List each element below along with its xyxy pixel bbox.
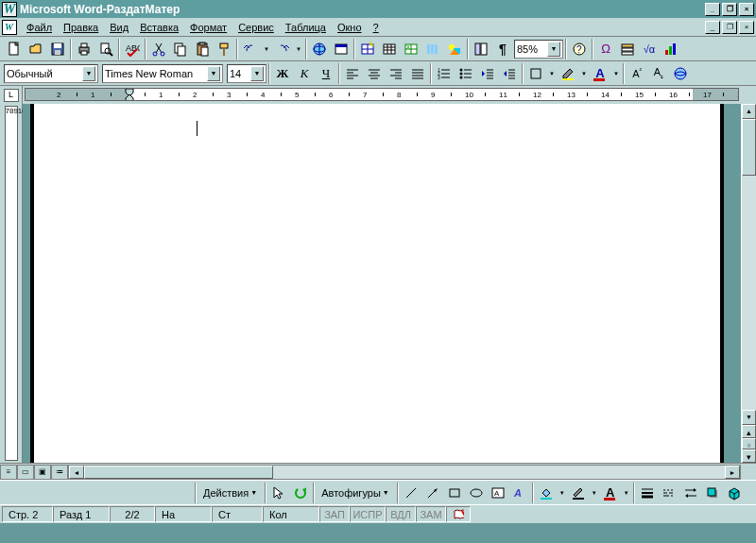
copy-button[interactable] — [170, 39, 191, 59]
show-marks-button[interactable]: ¶ — [492, 39, 513, 59]
font-color-draw-dropdown[interactable]: ▼ — [622, 483, 631, 503]
arrow-style-button[interactable] — [680, 483, 701, 503]
drawing-button[interactable] — [444, 39, 465, 59]
font-combo[interactable]: Times New Roman▼ — [102, 64, 223, 83]
horizontal-scrollbar[interactable]: ◄ ► — [68, 465, 741, 480]
docmap-button[interactable] — [471, 39, 491, 59]
doc-close-button[interactable]: × — [739, 21, 754, 34]
browse-object-button[interactable]: ○ — [742, 438, 756, 450]
web-toolbar-button[interactable] — [331, 39, 352, 59]
scroll-thumb[interactable] — [742, 119, 756, 176]
textbox-button[interactable]: A — [488, 483, 508, 503]
autoshapes-menu[interactable]: Автофигуры▼ — [317, 484, 395, 502]
zoom-combo[interactable]: 85%▼ — [514, 40, 563, 59]
arrow-button[interactable] — [422, 483, 443, 503]
scroll-down-button[interactable]: ▼ — [742, 410, 756, 425]
numbering-button[interactable]: 123 — [434, 63, 455, 84]
lang-button[interactable] — [670, 63, 691, 84]
menu-view[interactable]: Вид — [104, 20, 134, 35]
doc-restore-button[interactable]: ❐ — [722, 21, 737, 34]
print-button[interactable] — [74, 39, 94, 59]
rotate-button[interactable] — [290, 483, 311, 503]
tab-selector[interactable]: L — [4, 89, 19, 102]
align-center-button[interactable] — [364, 63, 385, 84]
menu-file[interactable]: Файл — [21, 20, 58, 35]
scroll-right-button[interactable]: ► — [725, 466, 740, 479]
close-button[interactable]: × — [739, 3, 754, 16]
borders-dropdown[interactable]: ▼ — [547, 63, 557, 84]
shadow-button[interactable] — [702, 483, 723, 503]
maximize-button[interactable]: ❐ — [722, 3, 737, 16]
superscript-button[interactable]: A² — [627, 63, 647, 84]
normal-view-button[interactable]: ≡ — [0, 465, 17, 480]
hyperlink-button[interactable] — [309, 39, 330, 59]
undo-dropdown[interactable]: ▼ — [262, 39, 271, 59]
menu-table[interactable]: Таблица — [280, 20, 332, 35]
italic-button[interactable]: К — [294, 63, 315, 84]
vertical-scrollbar[interactable]: ▲ ▼ ▴ ○ ▾ — [741, 104, 756, 463]
indent-button[interactable] — [499, 63, 520, 84]
spelling-button[interactable]: ABC — [122, 39, 143, 59]
line-button[interactable] — [401, 483, 421, 503]
doc-minimize-button[interactable]: _ — [705, 21, 720, 34]
align-left-button[interactable] — [342, 63, 363, 84]
draw-actions-menu[interactable]: Действия▼ — [198, 484, 263, 502]
menu-edit[interactable]: Правка — [58, 20, 104, 35]
page-view-button[interactable]: ▣ — [34, 465, 51, 480]
align-right-button[interactable] — [386, 63, 406, 84]
save-button[interactable] — [47, 39, 68, 59]
minimize-button[interactable]: _ — [705, 3, 720, 16]
format-painter-button[interactable] — [214, 39, 234, 59]
align-justify-button[interactable] — [407, 63, 428, 84]
3d-button[interactable] — [724, 483, 745, 503]
status-rec[interactable]: ЗАП — [319, 506, 350, 522]
insert-rows-button[interactable] — [617, 39, 638, 59]
omega-button[interactable]: Ω — [595, 39, 616, 59]
scroll-left-button[interactable]: ◄ — [69, 466, 84, 479]
size-combo[interactable]: 14▼ — [227, 64, 266, 83]
underline-button[interactable]: Ч — [316, 63, 336, 84]
select-objects-button[interactable] — [268, 483, 289, 503]
fill-color-button[interactable] — [536, 483, 557, 503]
status-ovr[interactable]: ЗАМ — [416, 506, 446, 522]
scroll-track[interactable] — [742, 119, 756, 410]
highlight-dropdown[interactable]: ▼ — [579, 63, 589, 84]
borders-button[interactable] — [525, 63, 546, 84]
menu-insert[interactable]: Вставка — [134, 20, 184, 35]
style-combo[interactable]: Обычный▼ — [4, 64, 98, 83]
hscroll-thumb[interactable] — [84, 466, 273, 479]
help-button[interactable]: ? — [569, 39, 590, 59]
menu-format[interactable]: Формат — [184, 20, 232, 35]
fill-color-dropdown[interactable]: ▼ — [558, 483, 567, 503]
columns-button[interactable] — [422, 39, 443, 59]
cut-button[interactable] — [148, 39, 169, 59]
line-color-dropdown[interactable]: ▼ — [590, 483, 599, 503]
line-color-button[interactable] — [568, 483, 589, 503]
online-view-button[interactable]: ▭ — [17, 465, 34, 480]
line-style-button[interactable] — [637, 483, 658, 503]
chart-button[interactable] — [661, 39, 681, 59]
prev-page-button[interactable]: ▴ — [742, 425, 756, 438]
document-icon[interactable] — [2, 20, 17, 35]
equation-button[interactable]: √α — [639, 39, 660, 59]
outdent-button[interactable] — [477, 63, 498, 84]
undo-button[interactable] — [240, 39, 261, 59]
status-ext[interactable]: ВДЛ — [386, 506, 416, 522]
insert-table-button[interactable] — [379, 39, 400, 59]
bold-button[interactable]: Ж — [272, 63, 293, 84]
menu-help[interactable]: ? — [368, 20, 385, 35]
tables-borders-button[interactable] — [357, 39, 378, 59]
excel-button[interactable]: X — [401, 39, 421, 59]
horizontal-ruler[interactable]: 21123456789101112131415161718 — [23, 86, 756, 104]
bullets-button[interactable] — [455, 63, 476, 84]
menu-service[interactable]: Сервис — [232, 20, 280, 35]
new-button[interactable] — [4, 39, 25, 59]
font-color-draw-button[interactable]: A — [600, 483, 621, 503]
wordart-button[interactable]: A — [509, 483, 530, 503]
vertical-ruler[interactable]: 789101112131415161718 — [0, 104, 23, 463]
subscript-button[interactable]: A₂ — [648, 63, 669, 84]
font-color-dropdown[interactable]: ▼ — [611, 63, 621, 84]
menu-window[interactable]: Окно — [332, 20, 368, 35]
next-page-button[interactable]: ▾ — [742, 450, 756, 463]
open-button[interactable] — [26, 39, 46, 59]
